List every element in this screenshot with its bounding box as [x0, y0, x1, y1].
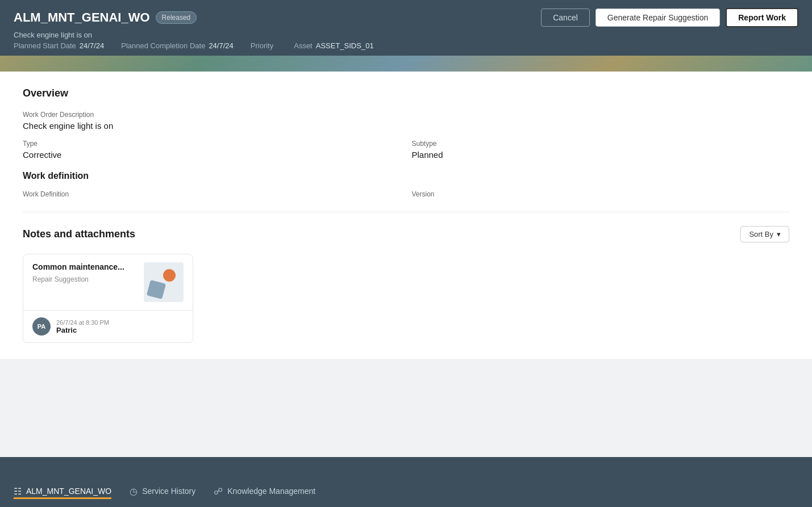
work-definition-field: Work Definition	[23, 190, 401, 200]
bottom-item-wo-label: ALM_MNT_GENAI_WO	[26, 487, 111, 496]
subtype-field: Subtype Planned	[412, 140, 790, 160]
thumb-circle-decoration	[163, 269, 176, 282]
type-subtype-group: Type Corrective Subtype Planned	[23, 140, 789, 160]
wo-subtitle: Check engine light is on	[14, 31, 798, 39]
bottom-item-knowledge-label: Knowledge Management	[227, 487, 315, 496]
work-def-grid: Work Definition Version	[23, 190, 789, 200]
book-icon: ☍	[214, 486, 223, 497]
attachment-card[interactable]: Common maintenance... Repair Suggestion …	[23, 254, 193, 343]
sort-by-button[interactable]: Sort By ▾	[740, 226, 789, 242]
header-top: ALM_MNT_GENAI_WO Released Cancel Generat…	[14, 8, 798, 27]
document-icon: ☷	[14, 486, 22, 497]
attachment-author: Patric	[56, 326, 109, 334]
attachment-subtitle: Repair Suggestion	[32, 275, 89, 283]
planned-start-meta: Planned Start Date 24/7/24	[14, 41, 104, 50]
divider	[23, 212, 789, 212]
type-label: Type	[23, 140, 401, 148]
planned-completion-meta: Planned Completion Date 24/7/24	[121, 41, 234, 50]
wo-description-label: Work Order Description	[23, 111, 789, 119]
main-content: Overview Work Order Description Check en…	[0, 72, 812, 457]
thumb-shape-decoration	[147, 280, 166, 299]
asset-value: ASSET_SIDS_01	[316, 41, 374, 50]
version-label: Version	[412, 190, 790, 198]
cancel-button[interactable]: Cancel	[541, 9, 590, 27]
planned-start-value: 24/7/24	[80, 41, 104, 50]
work-definition-section: Work definition Work Definition Version	[23, 171, 789, 200]
header: ALM_MNT_GENAI_WO Released Cancel Generat…	[0, 0, 812, 56]
attachment-meta: 26/7/24 at 8:30 PM Patric	[56, 319, 109, 334]
attachment-top: Common maintenance... Repair Suggestion	[23, 254, 193, 311]
planned-start-label: Planned Start Date	[14, 41, 76, 50]
priority-meta: Priority	[251, 41, 277, 50]
priority-label: Priority	[251, 41, 273, 50]
planned-completion-value: 24/7/24	[209, 41, 233, 50]
report-work-button[interactable]: Report Work	[726, 8, 798, 27]
wo-title: ALM_MNT_GENAI_WO	[14, 10, 150, 25]
work-order-description-group: Work Order Description Check engine ligh…	[23, 111, 789, 131]
attachment-bottom: PA 26/7/24 at 8:30 PM Patric	[23, 311, 193, 342]
asset-meta: Asset ASSET_SIDS_01	[294, 41, 373, 50]
header-left: ALM_MNT_GENAI_WO Released	[14, 10, 197, 25]
chevron-down-icon: ▾	[777, 230, 781, 238]
decorative-banner	[0, 56, 812, 72]
generate-repair-button[interactable]: Generate Repair Suggestion	[596, 9, 720, 27]
type-field: Type Corrective	[23, 140, 401, 160]
status-badge: Released	[156, 11, 197, 24]
bottom-item-wo[interactable]: ☷ ALM_MNT_GENAI_WO	[14, 484, 111, 499]
bottom-item-service-history[interactable]: ◷ Service History	[130, 484, 195, 499]
clock-icon: ◷	[130, 486, 138, 497]
planned-completion-label: Planned Completion Date	[121, 41, 205, 50]
attachment-info: Common maintenance... Repair Suggestion	[32, 262, 124, 302]
work-definition-label: Work Definition	[23, 190, 401, 198]
bottom-bar: ☷ ALM_MNT_GENAI_WO ◷ Service History ☍ K…	[0, 475, 812, 507]
type-value: Corrective	[23, 150, 401, 160]
bottom-item-knowledge[interactable]: ☍ Knowledge Management	[214, 484, 315, 499]
asset-label: Asset	[294, 41, 313, 50]
content-card: Overview Work Order Description Check en…	[0, 72, 812, 359]
header-actions: Cancel Generate Repair Suggestion Report…	[541, 8, 798, 27]
subtype-value: Planned	[412, 150, 790, 160]
wo-description-value: Check engine light is on	[23, 121, 789, 131]
subtype-label: Subtype	[412, 140, 790, 148]
attachment-thumbnail	[144, 262, 184, 302]
attachment-title: Common maintenance...	[32, 262, 124, 271]
sort-by-label: Sort By	[749, 230, 773, 238]
bottom-item-service-history-label: Service History	[142, 487, 195, 496]
notes-section-title: Notes and attachments	[23, 228, 135, 240]
overview-section-title: Overview	[23, 87, 789, 99]
version-field: Version	[412, 190, 790, 200]
notes-section: Notes and attachments Sort By ▾ Common m…	[23, 226, 789, 343]
avatar: PA	[32, 317, 51, 336]
header-meta: Planned Start Date 24/7/24 Planned Compl…	[14, 41, 798, 50]
work-def-section-title: Work definition	[23, 171, 789, 181]
notes-header: Notes and attachments Sort By ▾	[23, 226, 789, 242]
attachment-date: 26/7/24 at 8:30 PM	[56, 319, 109, 326]
